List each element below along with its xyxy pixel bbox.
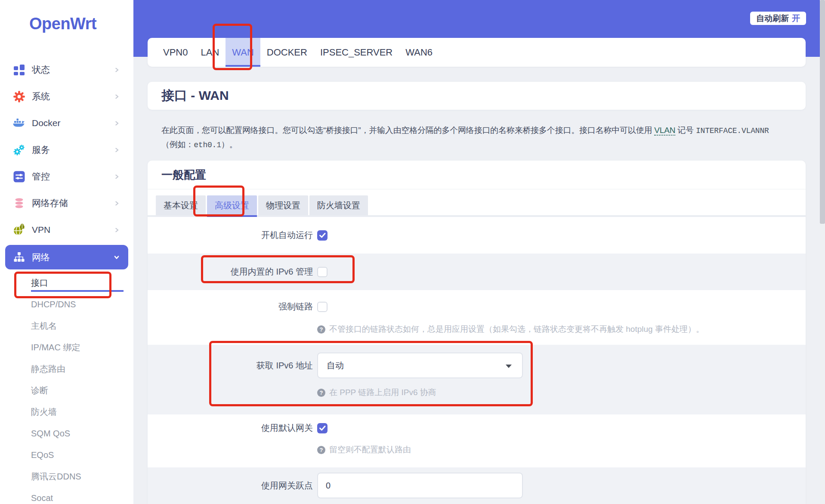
tab-wan6[interactable]: WAN6 bbox=[399, 38, 439, 67]
sidebar-item-label: 网络 bbox=[32, 251, 50, 263]
sidebar-subitem-socat[interactable]: Socat bbox=[0, 487, 133, 504]
sidebar-item-docker[interactable]: Docker bbox=[0, 110, 133, 136]
general-config-title: 一般配置 bbox=[148, 161, 806, 189]
sidebar-menu: 状态 系统 Docker bbox=[0, 56, 133, 504]
page-scrollbar bbox=[820, 0, 825, 504]
docker-icon bbox=[13, 117, 25, 129]
sliders-icon bbox=[13, 170, 25, 182]
sidebar-subitem-hostname[interactable]: 主机名 bbox=[0, 315, 133, 337]
form-row-ipv6-address: 获取 IPv6 地址 自动 在 PPP 链路上启用 IPv6 协商 bbox=[148, 345, 806, 414]
field-label: 强制链路 bbox=[148, 301, 313, 312]
field-label: 使用内置的 IPv6 管理 bbox=[148, 266, 313, 278]
field-label: 使用默认网关 bbox=[148, 422, 313, 434]
page-title: 接口 - WAN bbox=[161, 87, 229, 105]
tab-wan[interactable]: WAN bbox=[226, 38, 260, 67]
chevron-right-icon bbox=[114, 201, 120, 206]
subtab-physical-settings[interactable]: 物理设置 bbox=[258, 195, 308, 215]
sidebar-subitem-tencent-ddns[interactable]: 腾讯云DDNS bbox=[0, 466, 133, 487]
interface-tabbar: VPN0 LAN WAN DOCKER IPSEC_SERVER WAN6 bbox=[148, 38, 806, 67]
sidebar-item-nas[interactable]: 网络存储 bbox=[0, 190, 133, 216]
form-row-gateway-metric: 使用网关跃点 bbox=[148, 467, 806, 504]
sidebar-item-control[interactable]: 管控 bbox=[0, 163, 133, 190]
tab-ipsec-server[interactable]: IPSEC_SERVER bbox=[314, 38, 399, 67]
field-label: 获取 IPv6 地址 bbox=[148, 360, 313, 371]
auto-refresh-state: 开 bbox=[792, 13, 800, 24]
sidebar-subitem-sqm-qos[interactable]: SQM QoS bbox=[0, 423, 133, 444]
sidebar-subitem-eqos[interactable]: EQoS bbox=[0, 444, 133, 466]
example-code: eth0.1 bbox=[194, 141, 221, 149]
sidebar-item-label: 系统 bbox=[32, 90, 50, 102]
subtab-firewall-settings[interactable]: 防火墙设置 bbox=[309, 195, 368, 215]
chevron-right-icon bbox=[114, 227, 120, 233]
tab-docker[interactable]: DOCKER bbox=[260, 38, 314, 67]
form-row-bring-up-on-boot: 开机自动运行 bbox=[148, 217, 806, 254]
description-text: 记号 bbox=[675, 126, 696, 135]
gateway-metric-input[interactable] bbox=[317, 473, 523, 498]
auto-refresh-label: 自动刷新 bbox=[756, 13, 789, 24]
description-text: （例如： bbox=[161, 140, 194, 149]
settings-subtabs: 基本设置 高级设置 物理设置 防火墙设置 bbox=[148, 195, 806, 217]
title-card: 接口 - WAN bbox=[148, 82, 806, 110]
openwrt-admin-screen: 自动刷新 开 VPN0 LAN WAN DOCKER IPSEC_SERVER … bbox=[0, 0, 825, 504]
subtab-basic-settings[interactable]: 基本设置 bbox=[156, 195, 206, 215]
sidebar-item-label: 网络存储 bbox=[32, 197, 68, 209]
sidebar-item-label: 状态 bbox=[32, 64, 50, 76]
tab-vpn0[interactable]: VPN0 bbox=[157, 38, 194, 67]
sidebar: OpenWrt 状态 系统 bbox=[0, 0, 133, 504]
scrollbar-thumb[interactable] bbox=[820, 0, 825, 224]
description-text: ）。 bbox=[221, 140, 238, 149]
sidebar-subitem-static-routes[interactable]: 静态路由 bbox=[0, 358, 133, 380]
sidebar-item-network[interactable]: 网络 bbox=[5, 245, 128, 269]
description-text: 在此页面，您可以配置网络接口。您可以勾选“桥接接口”，并输入由空格分隔的多个网络… bbox=[161, 126, 654, 135]
default-gateway-checkbox[interactable] bbox=[317, 423, 328, 433]
sidebar-subitem-interfaces[interactable]: 接口 bbox=[0, 272, 133, 294]
sidebar-subitem-firewall[interactable]: 防火墙 bbox=[0, 401, 133, 423]
sidebar-subitem-dhcp-dns[interactable]: DHCP/DNS bbox=[0, 294, 133, 315]
chevron-right-icon bbox=[114, 174, 120, 179]
field-label: 开机自动运行 bbox=[148, 229, 313, 241]
sitemap-icon bbox=[13, 251, 25, 263]
sidebar-subitem-ip-mac-binding[interactable]: IP/MAC 绑定 bbox=[0, 337, 133, 358]
ipv6-management-checkbox[interactable] bbox=[317, 267, 328, 277]
help-text: 留空则不配置默认路由 bbox=[329, 444, 411, 455]
gear-icon bbox=[13, 90, 25, 102]
tab-lan[interactable]: LAN bbox=[194, 38, 226, 67]
chevron-right-icon bbox=[114, 67, 120, 73]
subtab-advanced-settings[interactable]: 高级设置 bbox=[207, 195, 257, 215]
help-text: 在 PPP 链路上启用 IPv6 协商 bbox=[329, 387, 436, 398]
help-icon bbox=[317, 446, 325, 454]
globe-lock-icon bbox=[13, 224, 25, 236]
sidebar-item-system[interactable]: 系统 bbox=[0, 83, 133, 110]
field-help: 不管接口的链路状态如何，总是用应用设置（如果勾选，链路状态变更将不再触发 hot… bbox=[317, 324, 806, 335]
chevron-down-icon bbox=[114, 254, 120, 260]
vlan-link[interactable]: VLAN bbox=[654, 126, 675, 136]
sidebar-item-label: 管控 bbox=[32, 170, 50, 182]
chevron-right-icon bbox=[114, 147, 120, 153]
selected-option: 自动 bbox=[327, 360, 344, 371]
sidebar-subitem-diagnostics[interactable]: 诊断 bbox=[0, 380, 133, 401]
auto-refresh-button[interactable]: 自动刷新 开 bbox=[750, 12, 806, 25]
sidebar-item-services[interactable]: 服务 bbox=[0, 136, 133, 163]
sidebar-item-label: Docker bbox=[32, 118, 61, 128]
field-help: 留空则不配置默认路由 bbox=[317, 444, 806, 455]
bring-up-on-boot-checkbox[interactable] bbox=[317, 230, 328, 241]
field-label: 使用网关跃点 bbox=[148, 480, 313, 492]
sidebar-item-vpn[interactable]: VPN bbox=[0, 216, 133, 243]
chevron-right-icon bbox=[114, 121, 120, 126]
openwrt-logo: OpenWrt bbox=[0, 0, 133, 33]
help-text: 不管接口的链路状态如何，总是用应用设置（如果勾选，链路状态变更将不再触发 hot… bbox=[329, 324, 704, 335]
general-config-card: 一般配置 基本设置 高级设置 物理设置 防火墙设置 开机自动运行 使用内置的 I… bbox=[148, 161, 806, 504]
force-link-checkbox[interactable] bbox=[317, 302, 328, 312]
sidebar-item-label: VPN bbox=[32, 225, 50, 235]
help-icon bbox=[317, 389, 325, 397]
help-icon bbox=[317, 325, 325, 334]
page-description: 在此页面，您可以配置网络接口。您可以勾选“桥接接口”，并输入由空格分隔的多个网络… bbox=[161, 124, 769, 152]
caret-down-icon bbox=[506, 365, 512, 368]
database-icon bbox=[13, 197, 25, 209]
ipv6-address-select[interactable]: 自动 bbox=[317, 352, 523, 378]
field-help: 在 PPP 链路上启用 IPv6 协商 bbox=[317, 387, 806, 398]
dashboard-icon bbox=[13, 64, 25, 76]
sidebar-item-status[interactable]: 状态 bbox=[0, 56, 133, 83]
chevron-right-icon bbox=[114, 94, 120, 99]
form-row-ipv6-management: 使用内置的 IPv6 管理 bbox=[148, 254, 806, 290]
